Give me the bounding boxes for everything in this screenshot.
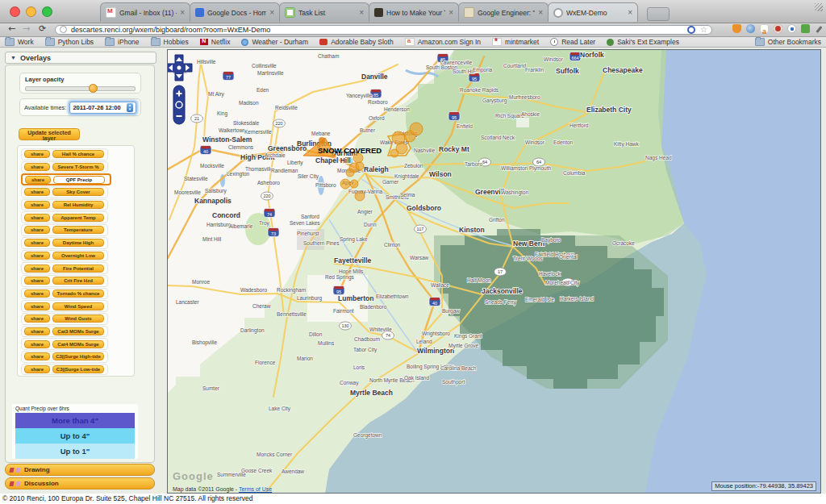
- share-button[interactable]: share: [24, 150, 50, 158]
- share-button[interactable]: share: [24, 302, 50, 310]
- bookmark-netflix[interactable]: Netflix: [200, 38, 231, 46]
- share-button[interactable]: share: [24, 163, 50, 171]
- bookmark-work[interactable]: Work: [5, 38, 34, 46]
- share-button[interactable]: share: [25, 176, 51, 184]
- bookmark-hobbies[interactable]: Hobbies: [151, 38, 189, 46]
- bookmark-read-later[interactable]: Read Later: [550, 38, 595, 46]
- share-button[interactable]: share: [24, 289, 50, 298]
- share-button[interactable]: share: [24, 188, 50, 196]
- layer-button[interactable]: Tornado % chance: [52, 289, 104, 298]
- annotation-circle[interactable]: [410, 123, 423, 135]
- bookmark-weather-durham[interactable]: Weather - Durham: [241, 38, 308, 46]
- layer-button[interactable]: Sky Cover: [52, 188, 104, 196]
- tab-gmail[interactable]: Gmail - Inbox (11) - jefferso×: [100, 2, 190, 22]
- layer-button[interactable]: Severe T-Storm %: [52, 163, 104, 171]
- annotation-circle[interactable]: [390, 149, 398, 157]
- globe-extension-icon[interactable]: [746, 24, 755, 33]
- update-selected-layer-button[interactable]: Update selected layer: [19, 128, 80, 140]
- window-resize-grip[interactable]: [815, 3, 823, 11]
- other-bookmarks-button[interactable]: Other Bookmarks: [755, 38, 821, 46]
- layer-button[interactable]: Cat4 MOMs Surge: [52, 340, 104, 348]
- overlays-accordion-header[interactable]: ▼ Overlays: [5, 52, 156, 64]
- bookmark-saki-s-ext-examples[interactable]: Saki's Ext Examples: [607, 38, 679, 46]
- back-button[interactable]: ←: [8, 23, 15, 34]
- share-button[interactable]: share: [24, 264, 50, 273]
- share-button[interactable]: share: [24, 314, 50, 323]
- tab-close-button[interactable]: ×: [448, 10, 453, 16]
- tab-close-button[interactable]: ×: [359, 10, 364, 16]
- layer-button[interactable]: C3||Surge Low-tide: [52, 365, 104, 373]
- tab-news[interactable]: Google Engineer: "Google+×: [458, 2, 549, 22]
- slider-handle[interactable]: [89, 84, 98, 93]
- zoom-window-button[interactable]: [42, 6, 52, 17]
- layer-opacity-slider[interactable]: [25, 86, 136, 91]
- bookmark-iphone[interactable]: iPhone: [105, 38, 139, 46]
- share-button[interactable]: share: [24, 239, 50, 247]
- map-canvas[interactable]: 2122022064641177017741307740408585959595…: [167, 49, 821, 494]
- tab-close-button[interactable]: ×: [180, 10, 185, 16]
- drawing-accordion-header[interactable]: Drawing: [5, 464, 155, 476]
- share-button[interactable]: share: [24, 340, 50, 348]
- layer-button[interactable]: Hail % chance: [52, 150, 104, 158]
- annotation-circle[interactable]: [392, 131, 405, 144]
- forward-button[interactable]: →: [23, 23, 30, 34]
- tab-close-button[interactable]: ×: [269, 10, 274, 16]
- omnibox[interactable]: descartes.renci.org/wxem/bigboard/room?r…: [55, 25, 712, 35]
- reload-button[interactable]: ⟳: [39, 23, 46, 34]
- annotation-circle[interactable]: [340, 179, 350, 189]
- share-button[interactable]: share: [24, 352, 50, 360]
- tab-tasklist[interactable]: Task List×: [279, 2, 369, 22]
- layer-button[interactable]: Crit Fire Hzd: [52, 277, 104, 285]
- zoom-out-icon[interactable]: [177, 115, 182, 117]
- layer-button[interactable]: Wind Speed: [52, 302, 104, 310]
- bookmark-amazon-com-sign-in[interactable]: Amazon.com Sign In: [405, 38, 481, 46]
- tab-globe[interactable]: WxEM-Demo×: [548, 2, 638, 22]
- bookmark-python-libs[interactable]: Python Libs: [45, 38, 94, 46]
- discussion-accordion-header[interactable]: Discussion: [5, 477, 155, 489]
- share-button[interactable]: share: [24, 252, 50, 260]
- wrench-menu-icon[interactable]: [815, 26, 823, 34]
- share-button[interactable]: share: [24, 327, 50, 335]
- phone-extension-icon[interactable]: [787, 24, 796, 33]
- layer-button[interactable]: C3||Surge High-tide: [52, 352, 104, 360]
- layer-button[interactable]: Wind Gusts: [52, 314, 104, 323]
- page-action-icon[interactable]: [687, 26, 695, 34]
- share-button[interactable]: share: [24, 201, 50, 209]
- evernote-extension-icon[interactable]: [801, 24, 810, 33]
- layer-button[interactable]: Rel Humidity: [52, 201, 104, 209]
- url-text[interactable]: descartes.renci.org/wxem/bigboard/room?r…: [71, 26, 687, 34]
- tab-docs[interactable]: Google Docs - Home×: [190, 2, 280, 22]
- terms-of-use-link[interactable]: Terms of Use: [239, 486, 272, 492]
- annotation-dot[interactable]: [319, 137, 325, 144]
- bookmark-star-icon[interactable]: ☆: [700, 27, 707, 32]
- annotation-circle[interactable]: [356, 162, 364, 170]
- share-button[interactable]: share: [24, 277, 50, 285]
- city-label: Burgaw: [442, 308, 460, 314]
- minimize-window-button[interactable]: [26, 6, 36, 17]
- share-button[interactable]: share: [24, 214, 50, 222]
- layer-button[interactable]: QPF Precip: [53, 176, 105, 184]
- tab-close-button[interactable]: ×: [538, 10, 543, 16]
- layer-button[interactable]: Fire Potential: [52, 264, 104, 273]
- tab-book[interactable]: How to Make Your To-Do Li×: [369, 2, 459, 22]
- annotation-circle[interactable]: [355, 191, 365, 201]
- layer-button[interactable]: Daytime High: [52, 239, 104, 247]
- tab-close-button[interactable]: ×: [628, 10, 632, 16]
- amazon-extension-icon[interactable]: [760, 24, 769, 33]
- share-button[interactable]: share: [24, 365, 50, 373]
- close-window-button[interactable]: [10, 6, 20, 17]
- available-times-select[interactable]: 2011-07-26 12:00 ▲▼: [69, 102, 136, 114]
- bookmark-mintmarket[interactable]: mintmarket: [492, 38, 539, 46]
- layer-button[interactable]: Overnight Low: [52, 252, 104, 260]
- layer-button[interactable]: Temperature: [52, 226, 104, 234]
- new-tab-button[interactable]: [647, 7, 670, 21]
- bookmark-adorable-baby-sloth[interactable]: Adorable Baby Sloth: [319, 38, 394, 46]
- layer-button[interactable]: Apparent Temp: [52, 214, 104, 222]
- basket-extension-icon[interactable]: [732, 24, 741, 33]
- map-zoom-control[interactable]: [173, 85, 185, 124]
- annotation-circle[interactable]: [350, 180, 358, 188]
- annotation-circle[interactable]: [346, 169, 354, 177]
- share-button[interactable]: share: [24, 226, 50, 234]
- layer-button[interactable]: Cat3 MOMs Surge: [52, 327, 104, 335]
- red-extension-icon[interactable]: [774, 24, 782, 33]
